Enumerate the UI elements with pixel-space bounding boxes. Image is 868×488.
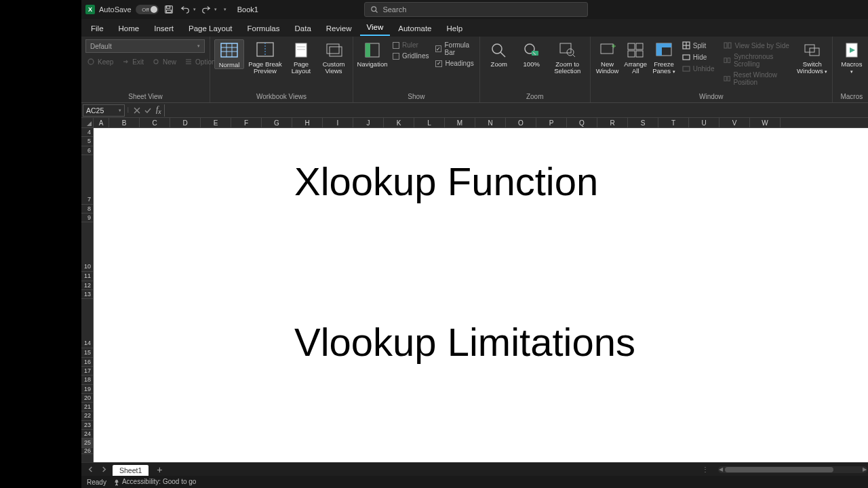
horizontal-scrollbar[interactable]: ◀ ▶ <box>718 466 867 473</box>
save-icon[interactable] <box>163 3 175 16</box>
undo-icon[interactable] <box>179 3 191 16</box>
col-header-H[interactable]: H <box>292 118 323 127</box>
menu-page-layout[interactable]: Page Layout <box>182 22 239 36</box>
menu-data[interactable]: Data <box>288 22 318 36</box>
col-header-K[interactable]: K <box>384 118 414 127</box>
row-headers[interactable]: 4567891011121314151617181920212223242526 <box>81 128 94 462</box>
col-header-B[interactable]: B <box>109 118 140 127</box>
row-header-12[interactable]: 12 <box>81 281 93 290</box>
tab-scroll-left-icon[interactable] <box>85 465 95 474</box>
undo-dropdown-icon[interactable]: ▾ <box>193 7 196 12</box>
navigation-button[interactable]: Navigation <box>357 39 387 68</box>
col-header-R[interactable]: R <box>597 118 628 127</box>
switch-windows-button[interactable]: Switch Windows ▾ <box>797 39 828 75</box>
row-header-9[interactable]: 9 <box>81 214 93 222</box>
redo-icon[interactable] <box>200 3 212 16</box>
reset-window-position-button[interactable]: Reset Window Position <box>722 70 793 87</box>
row-header-24[interactable]: 24 <box>81 430 93 439</box>
col-header-G[interactable]: G <box>262 118 292 127</box>
zoom-button[interactable]: Zoom <box>484 39 514 68</box>
page-break-preview-button[interactable]: Page Break Preview <box>247 39 283 75</box>
zoom-100-button[interactable]: 100% <box>517 39 547 68</box>
col-header-I[interactable]: I <box>323 118 353 127</box>
accessibility-status[interactable]: Accessibility: Good to go <box>113 478 197 485</box>
menu-automate[interactable]: Automate <box>391 22 438 36</box>
row-header-25[interactable]: 25 <box>81 439 93 447</box>
column-headers[interactable]: ABCDEFGHIJKLMNOPQRSTUVW <box>94 118 868 128</box>
new-window-button[interactable]: New Window <box>595 39 620 75</box>
scrollbar-thumb[interactable] <box>725 467 833 472</box>
row-header-4[interactable]: 4 <box>81 128 93 137</box>
arrange-all-button[interactable]: Arrange All <box>623 39 648 75</box>
col-header-Q[interactable]: Q <box>567 118 597 127</box>
row-header-20[interactable]: 20 <box>81 394 93 403</box>
row-header-15[interactable]: 15 <box>81 348 93 357</box>
row-header-5[interactable]: 5 <box>81 137 93 146</box>
menu-view[interactable]: View <box>360 20 391 36</box>
col-header-J[interactable]: J <box>353 118 384 127</box>
row-header-26[interactable]: 26 <box>81 448 93 454</box>
col-header-E[interactable]: E <box>201 118 231 127</box>
row-header-23[interactable]: 23 <box>81 421 93 430</box>
menu-file[interactable]: File <box>84 22 111 36</box>
qat-customize-icon[interactable]: ▾ <box>224 7 226 12</box>
name-box[interactable]: AC25▾ <box>83 104 125 117</box>
sync-scrolling-button[interactable]: Synchronous Scrolling <box>722 52 793 68</box>
row-header-14[interactable]: 14 <box>81 299 93 348</box>
col-header-P[interactable]: P <box>536 118 567 127</box>
worksheet-area[interactable]: ABCDEFGHIJKLMNOPQRSTUVW 4567891011121314… <box>81 118 868 462</box>
tab-scroll-right-icon[interactable] <box>99 465 108 474</box>
col-header-W[interactable]: W <box>750 118 781 127</box>
headings-checkbox[interactable]: Headings <box>434 59 475 68</box>
row-header-7[interactable]: 7 <box>81 155 93 205</box>
col-header-A[interactable]: A <box>94 118 109 127</box>
enter-formula-icon[interactable] <box>142 105 153 116</box>
custom-views-button[interactable]: Custom Views <box>319 39 349 75</box>
redo-dropdown-icon[interactable]: ▾ <box>214 7 217 12</box>
col-header-C[interactable]: C <box>140 118 170 127</box>
zoom-to-selection-button[interactable]: Zoom to Selection <box>549 39 586 75</box>
add-sheet-button[interactable]: + <box>153 464 166 475</box>
search-box[interactable]: Search <box>364 2 588 17</box>
keep-button[interactable]: Keep <box>85 57 115 66</box>
col-header-M[interactable]: M <box>445 118 475 127</box>
cancel-formula-icon[interactable] <box>132 105 142 116</box>
ruler-checkbox[interactable]: Ruler <box>391 41 430 49</box>
gridlines-checkbox[interactable]: Gridlines <box>391 52 430 60</box>
formula-input[interactable] <box>164 104 868 117</box>
fx-icon[interactable]: fx <box>156 104 161 115</box>
row-header-11[interactable]: 11 <box>81 272 93 281</box>
row-header-13[interactable]: 13 <box>81 290 93 299</box>
row-header-10[interactable]: 10 <box>81 222 93 272</box>
col-header-O[interactable]: O <box>506 118 536 127</box>
select-all-corner[interactable] <box>81 118 94 128</box>
macros-button[interactable]: Macros▾ <box>837 39 867 75</box>
col-header-D[interactable]: D <box>170 118 201 127</box>
split-button[interactable]: Split <box>681 41 716 50</box>
col-header-N[interactable]: N <box>475 118 506 127</box>
menu-help[interactable]: Help <box>439 22 469 36</box>
sheet-tab-active[interactable]: Sheet1 <box>113 465 149 476</box>
new-view-button[interactable]: New <box>151 57 178 66</box>
col-header-T[interactable]: T <box>658 118 689 127</box>
col-header-U[interactable]: U <box>689 118 719 127</box>
freeze-panes-button[interactable]: Freeze Panes ▾ <box>651 39 677 75</box>
row-header-8[interactable]: 8 <box>81 205 93 214</box>
autosave-toggle[interactable]: Off <box>136 5 159 14</box>
menu-formulas[interactable]: Formulas <box>241 22 287 36</box>
row-header-19[interactable]: 19 <box>81 385 93 394</box>
cell-grid[interactable]: Xlookup Function Vlookup Limitations <box>94 128 868 462</box>
row-header-6[interactable]: 6 <box>81 146 93 155</box>
unhide-button[interactable]: Unhide <box>681 64 716 73</box>
sheet-view-dropdown[interactable]: Default▾ <box>85 39 205 53</box>
hide-button[interactable]: Hide <box>681 52 716 62</box>
row-header-16[interactable]: 16 <box>81 358 93 367</box>
page-layout-button[interactable]: Page Layout <box>286 39 316 75</box>
menu-review[interactable]: Review <box>319 22 359 36</box>
row-header-22[interactable]: 22 <box>81 411 93 420</box>
row-header-18[interactable]: 18 <box>81 375 93 384</box>
formula-bar-checkbox[interactable]: Formula Bar <box>434 41 475 57</box>
col-header-F[interactable]: F <box>231 118 262 127</box>
menu-insert[interactable]: Insert <box>147 22 180 36</box>
view-side-by-side-button[interactable]: View Side by Side <box>722 41 793 50</box>
